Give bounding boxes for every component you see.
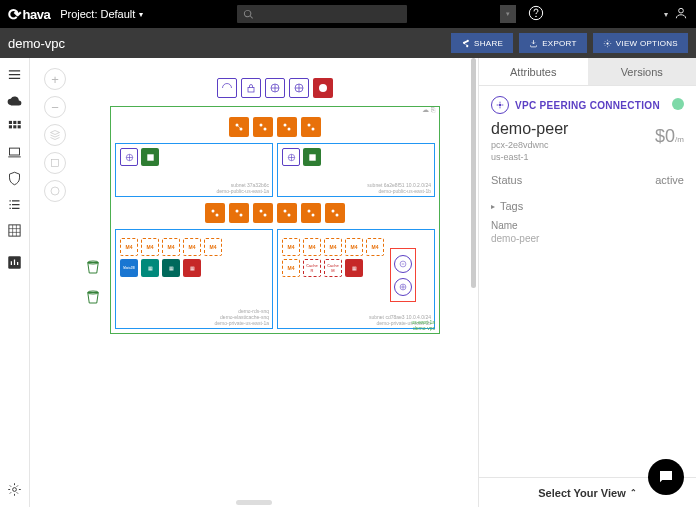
svg-rect-8 — [13, 125, 16, 128]
settings-icon[interactable] — [7, 481, 23, 497]
subnet-box[interactable]: subnet 6a2e8f51 10.0.2.0/24demo-public-u… — [277, 143, 435, 197]
route-icon[interactable] — [229, 117, 249, 137]
resource-type: VPC PEERING CONNECTION — [515, 100, 660, 111]
svg-rect-11 — [9, 224, 20, 235]
svg-rect-5 — [13, 120, 16, 123]
s3-bucket-icon[interactable] — [84, 288, 102, 310]
help-icon[interactable] — [528, 5, 544, 23]
service-icon[interactable]: ▦ — [345, 259, 363, 277]
ec2-instance[interactable]: M4 — [162, 238, 180, 256]
svg-point-13 — [13, 487, 17, 491]
ec2-instance[interactable]: M4 — [282, 259, 300, 277]
status-label: Status — [491, 174, 522, 186]
tab-versions[interactable]: Versions — [588, 58, 697, 85]
route-icon[interactable] — [253, 203, 273, 223]
chat-widget[interactable] — [648, 459, 684, 495]
subnet-box[interactable]: M4 M4 M4 M4 M4 MariaDB ▦ ▦ ▦ demo-rds-sn… — [115, 229, 273, 329]
service-icon[interactable]: ▦ — [141, 259, 159, 277]
svg-point-2 — [679, 8, 684, 13]
ec2-instance[interactable]: M4 — [324, 238, 342, 256]
svg-point-45 — [332, 210, 335, 213]
svg-point-42 — [288, 214, 291, 217]
service-icon[interactable]: ▦ — [183, 259, 201, 277]
route-icon[interactable] — [229, 203, 249, 223]
resource-price: $0/m — [655, 126, 684, 147]
cache-icon[interactable]: CacheR — [303, 259, 321, 277]
lock-icon[interactable] — [241, 78, 261, 98]
ec2-instance[interactable]: M4 — [183, 238, 201, 256]
svg-rect-10 — [10, 148, 20, 155]
nacl-icon[interactable] — [120, 148, 138, 166]
route-icon[interactable] — [301, 117, 321, 137]
peering-connection-icon[interactable] — [394, 278, 412, 296]
cache-icon[interactable]: CacheM — [324, 259, 342, 277]
vertical-scrollbar[interactable] — [471, 58, 476, 288]
tab-attributes[interactable]: Attributes — [479, 58, 588, 85]
svg-rect-32 — [147, 154, 153, 160]
nacl-icon[interactable] — [282, 148, 300, 166]
ec2-instance[interactable]: M4 — [345, 238, 363, 256]
peering-icon — [491, 96, 509, 114]
svg-point-26 — [264, 128, 267, 131]
svg-point-35 — [212, 210, 215, 213]
nav-table-icon[interactable] — [7, 222, 23, 238]
gateway-icon[interactable] — [217, 78, 237, 98]
svg-point-41 — [284, 210, 287, 213]
alert-icon[interactable] — [313, 78, 333, 98]
app-logo: ⟳hava — [8, 5, 50, 24]
search-input[interactable] — [237, 5, 407, 23]
nav-laptop-icon[interactable] — [7, 144, 23, 160]
resource-region: us-east-1 — [491, 152, 684, 162]
instance-icon[interactable] — [303, 148, 321, 166]
svg-point-40 — [264, 214, 267, 217]
share-button[interactable]: SHARE — [451, 33, 513, 53]
view-options-button[interactable]: VIEW OPTIONS — [593, 33, 688, 53]
peering-selection[interactable] — [390, 248, 416, 302]
nav-list-icon[interactable] — [7, 196, 23, 212]
peering-connection-icon[interactable] — [394, 255, 412, 273]
route-icon[interactable] — [205, 203, 225, 223]
target-icon[interactable] — [265, 78, 285, 98]
ec2-instance[interactable]: M4 — [366, 238, 384, 256]
service-icon[interactable]: ▦ — [162, 259, 180, 277]
export-button[interactable]: EXPORT — [519, 33, 587, 53]
route-icon[interactable] — [253, 117, 273, 137]
ec2-instance[interactable]: M4 — [282, 238, 300, 256]
s3-bucket-icon[interactable] — [84, 258, 102, 280]
canvas-tool-3[interactable] — [44, 180, 66, 202]
ec2-instance[interactable]: M4 — [204, 238, 222, 256]
svg-rect-9 — [18, 125, 21, 128]
ec2-instance[interactable]: M4 — [141, 238, 159, 256]
zoom-out-button[interactable]: − — [44, 96, 66, 118]
ec2-instance[interactable]: M4 — [303, 238, 321, 256]
route-icon[interactable] — [325, 203, 345, 223]
nav-chart-icon[interactable] — [7, 254, 23, 270]
user-icon[interactable] — [674, 6, 688, 22]
nav-cloud-icon[interactable] — [7, 92, 23, 108]
rds-icon[interactable]: MariaDB — [120, 259, 138, 277]
tags-toggle[interactable]: ▸Tags — [491, 200, 684, 212]
canvas-tool-2[interactable] — [44, 152, 66, 174]
svg-rect-34 — [309, 154, 315, 160]
svg-point-43 — [308, 210, 311, 213]
horizontal-scrollbar[interactable] — [236, 500, 272, 505]
svg-point-44 — [312, 214, 315, 217]
tag-name: Name demo-peer — [491, 220, 684, 244]
route-icon[interactable] — [301, 203, 321, 223]
nav-menu-icon[interactable] — [7, 66, 23, 82]
zoom-in-button[interactable]: + — [44, 68, 66, 90]
project-selector[interactable]: Project: Default▾ — [60, 8, 143, 20]
account-dropdown[interactable]: ▾ — [664, 10, 668, 19]
target-icon[interactable] — [289, 78, 309, 98]
ec2-instance[interactable]: M4 — [120, 238, 138, 256]
nav-grid-icon[interactable] — [7, 118, 23, 134]
route-icon[interactable] — [277, 203, 297, 223]
canvas-tool-1[interactable] — [44, 124, 66, 146]
svg-point-25 — [260, 124, 263, 127]
search-filter-dropdown[interactable]: ▾ — [500, 5, 516, 23]
svg-point-27 — [284, 124, 287, 127]
nav-shield-icon[interactable] — [7, 170, 23, 186]
subnet-box[interactable]: subnet 37a32b6cdemo-public-us-east-1a — [115, 143, 273, 197]
route-icon[interactable] — [277, 117, 297, 137]
instance-icon[interactable] — [141, 148, 159, 166]
